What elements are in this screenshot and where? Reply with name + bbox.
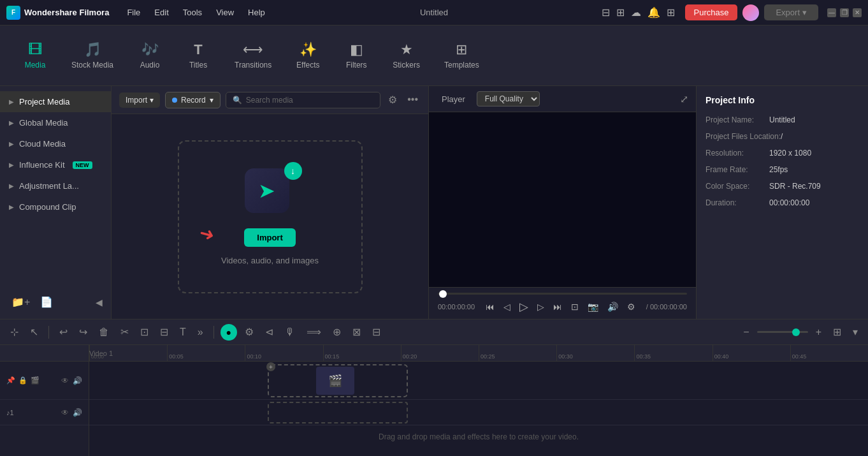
sidebar-item-compound-clip[interactable]: ▶ Compound Clip (0, 196, 111, 217)
sidebar-item-project-media[interactable]: ▶ Project Media (0, 91, 111, 112)
menu-view[interactable]: View (210, 5, 240, 20)
split-icon[interactable]: ⊠ (349, 323, 365, 341)
export-button[interactable]: Export ▾ (764, 4, 818, 20)
chevron-down-icon[interactable]: ▾ (849, 323, 862, 341)
menu-edit[interactable]: Edit (148, 5, 175, 20)
record-button[interactable]: Record ▾ (165, 92, 221, 108)
add-to-timeline-icon[interactable]: + (266, 362, 275, 371)
speed-icon[interactable]: ⟹ (303, 323, 325, 341)
arrow-icon: ▶ (9, 161, 14, 168)
audio-track-label: ♪1 (6, 409, 14, 416)
info-value-duration: 00:00:00:00 (769, 198, 809, 207)
undo-icon[interactable]: ↩ (55, 323, 71, 341)
video-track-pin-icon: 📌 (6, 376, 15, 385)
apps-icon[interactable]: ⊞ (667, 6, 675, 18)
filters-tab-label: Filters (346, 61, 367, 70)
crop-tl-icon[interactable]: ⊡ (136, 323, 152, 341)
menu-file[interactable]: File (120, 5, 147, 20)
cut-icon[interactable]: ✂ (117, 323, 133, 341)
user-avatar[interactable] (742, 4, 759, 21)
select-tool-icon[interactable]: ⊹ (6, 323, 22, 341)
import-button[interactable]: Import ▾ (119, 92, 160, 108)
menu-help[interactable]: Help (242, 5, 271, 20)
delete-icon[interactable]: 🗑 (95, 324, 113, 341)
player-progress-track[interactable] (438, 293, 687, 295)
crop-icon[interactable]: ⊡ (571, 302, 579, 312)
sidebar-label-cloud-media: Cloud Media (19, 139, 66, 149)
sidebar-item-influence-kit[interactable]: ▶ Influence Kit NEW (0, 154, 111, 175)
purchase-button[interactable]: Purchase (685, 4, 738, 20)
import-green-button[interactable]: Import (244, 228, 295, 247)
tab-stickers[interactable]: ★ Stickers (382, 36, 430, 75)
volume-icon[interactable]: 🔊 (607, 302, 618, 312)
collapse-sidebar-icon[interactable]: ◀ (96, 297, 103, 307)
add-folder-icon[interactable]: 📁+ (9, 293, 33, 311)
tab-media[interactable]: 🎞 Media (13, 36, 57, 75)
search-box: 🔍 Search media (226, 92, 380, 108)
screenshot-icon[interactable]: 📷 (588, 302, 598, 312)
audio-tab-icon: 🎶 (141, 41, 159, 58)
skip-back-icon[interactable]: ⏮ (486, 302, 495, 312)
mute-audio-icon[interactable]: 🔊 (73, 408, 82, 417)
settings-tl-icon[interactable]: ⚙ (241, 323, 257, 341)
video-clip-placeholder[interactable]: 🎬 (268, 364, 408, 397)
selection-tool-icon[interactable]: ↖ (26, 323, 42, 341)
tab-titles[interactable]: T Titles (176, 36, 221, 75)
frame-forward-icon[interactable]: ▷ (537, 302, 544, 312)
merge-icon[interactable]: ⊕ (329, 323, 345, 341)
sidebar-item-adjustment-layer[interactable]: ▶ Adjustment La... (0, 175, 111, 196)
mic-icon[interactable]: 🎙 (281, 324, 299, 341)
tab-templates[interactable]: ⊞ Templates (434, 36, 489, 75)
marker-in-icon[interactable]: ⊲ (261, 323, 277, 341)
win-close-button[interactable]: ✕ (853, 8, 862, 17)
text-tl-icon[interactable]: T (176, 324, 190, 341)
stock-media-tab-label: Stock Media (71, 61, 113, 70)
more-tl-icon[interactable]: » (194, 324, 207, 341)
play-head-btn[interactable]: ● (221, 324, 237, 341)
cloud-upload-icon[interactable]: ☁ (631, 6, 641, 18)
tab-stock-media[interactable]: 🎵 Stock Media (61, 36, 124, 75)
notification-icon[interactable]: 🔔 (647, 6, 660, 18)
win-minimize-button[interactable]: — (827, 8, 836, 17)
frame-back-icon[interactable]: ◁ (503, 302, 510, 312)
tab-transitions[interactable]: ⟷ Transitions (224, 36, 282, 75)
eye-track-icon[interactable]: 👁 (61, 376, 69, 385)
eye-audio-icon[interactable]: 👁 (61, 408, 69, 417)
camera-track-icon: 🎬 (31, 376, 40, 385)
add-media-icon[interactable]: 📄 (38, 293, 55, 311)
audio-clip-placeholder[interactable] (268, 402, 408, 423)
minimize-window-icon[interactable]: ⊟ (602, 6, 610, 18)
redo-icon[interactable]: ↪ (75, 323, 91, 341)
grid-view-icon[interactable]: ⊞ (829, 323, 845, 341)
menu-bar: File Edit Tools View Help (120, 5, 271, 20)
settings-icon[interactable]: ⚙ (627, 302, 635, 312)
filters-tab-icon: ◧ (350, 41, 363, 58)
expand-player-icon[interactable]: ⤢ (680, 93, 688, 105)
win-restore-button[interactable]: ❐ (840, 8, 849, 17)
play-button[interactable]: ▷ (519, 300, 528, 314)
sidebar-item-cloud-media[interactable]: ▶ Cloud Media (0, 133, 111, 154)
player-progress-thumb[interactable] (439, 290, 447, 298)
menu-tools[interactable]: Tools (177, 5, 208, 20)
zoom-track[interactable] (757, 331, 808, 333)
quality-select[interactable]: Full Quality (477, 91, 540, 107)
tab-filters[interactable]: ◧ Filters (334, 36, 379, 75)
filter-icon[interactable]: ⚙ (386, 91, 400, 108)
player-tab[interactable]: Player (437, 92, 470, 107)
mute-track-icon[interactable]: 🔊 (73, 376, 82, 385)
zoom-in-icon[interactable]: + (812, 324, 825, 341)
info-row-location: Project Files Location: / (705, 132, 859, 141)
split-audio-icon[interactable]: ⊟ (156, 323, 172, 341)
zoom-thumb[interactable] (792, 328, 800, 336)
layout-icon[interactable]: ⊞ (616, 6, 625, 18)
project-info-title: Project Info (705, 95, 859, 105)
more-options-icon[interactable]: ••• (405, 91, 421, 108)
sidebar-item-global-media[interactable]: ▶ Global Media (0, 112, 111, 133)
ruler-mark-2: 00:10 (245, 345, 322, 361)
tab-effects[interactable]: ✨ Effects (286, 36, 330, 75)
lock-track-icon[interactable]: 🔒 (18, 376, 27, 385)
zoom-out-icon[interactable]: − (739, 324, 753, 341)
skip-forward-icon[interactable]: ⏭ (553, 302, 562, 312)
tab-audio[interactable]: 🎶 Audio (127, 36, 172, 75)
picture-in-picture-icon[interactable]: ⊟ (368, 323, 384, 341)
